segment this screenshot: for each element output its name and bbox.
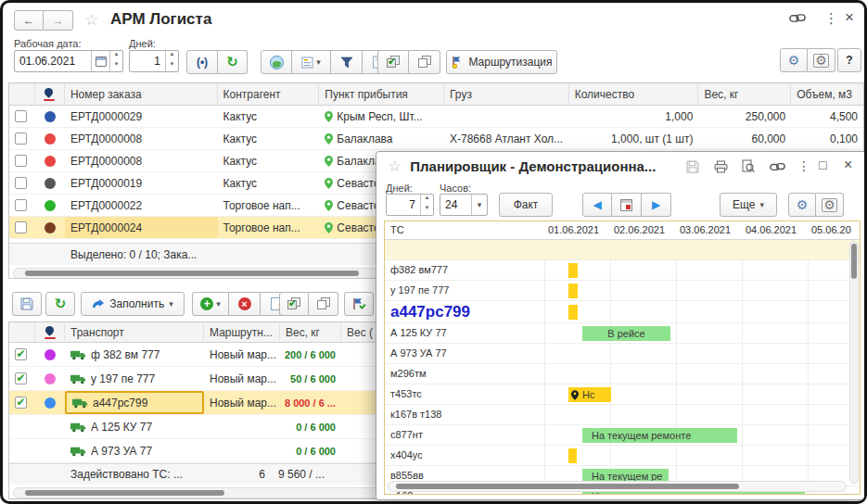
gantt-bar-status[interactable]: Нс [568,387,611,402]
favorite-star-icon[interactable]: ☆ [388,157,402,176]
gantt-row[interactable]: х404ус [385,446,860,466]
help-button[interactable]: ? [837,48,861,72]
gantt-row[interactable]: ф382 вм777 [385,260,860,281]
forward-button[interactable]: → [44,10,73,31]
refresh-list-button[interactable]: ↻ [45,292,75,316]
orders-header-weight[interactable]: Вес, кг [698,83,791,105]
calendar-picker-button[interactable] [91,51,109,71]
save-icon-disabled[interactable] [686,160,699,173]
refresh-button[interactable]: ↻ [218,50,248,74]
row-checkbox[interactable] [15,155,27,167]
gantt-row[interactable]: т453тс Нс [385,384,860,405]
gantt-bar-status[interactable]: На текущем ремонте [582,428,737,443]
chevron-down-icon[interactable]: ▾ [471,195,487,215]
row-checkbox-checked[interactable]: ✔ [15,348,27,360]
map-button[interactable] [261,50,292,74]
planner-hours-value[interactable]: 24 [440,195,471,215]
gantt-vscroll-thumb[interactable] [851,244,857,279]
window-settings-button[interactable]: ⚙ [816,193,844,217]
gantt-row-highlighted[interactable]: а447рс799 [385,301,860,323]
row-checkbox[interactable] [15,221,27,233]
row-checkbox[interactable] [15,177,27,189]
gantt-vscrollbar[interactable] [849,241,859,484]
transport-header-vehicle[interactable]: Транспорт [65,322,204,342]
next-period-button[interactable]: ▶ [642,193,671,217]
gantt-row[interactable]: с877нт На текущем ремонте [385,425,860,446]
routing-button[interactable]: Маршрутизация [446,50,557,74]
orders-header-number[interactable]: Номер заказа [65,83,218,105]
set-mark-button[interactable]: ✔ [279,292,309,316]
planner-hours-combobox[interactable]: 24 ▾ [440,194,488,216]
route-check-button[interactable] [344,292,374,316]
gantt-chart[interactable]: ТС 01.06.2021 02.06.2021 03.06.2021 04.0… [384,220,861,495]
orders-header-qty[interactable]: Количество [569,83,699,105]
gantt-row[interactable]: к167в т138 [385,405,860,425]
gantt-bar-yellow[interactable] [568,305,578,320]
days-field[interactable]: 1 ▴▾ [129,50,179,72]
window-close-icon[interactable]: × [845,8,854,27]
orders-header-volume[interactable]: Объем, м3 [791,83,863,105]
orders-header-arrival[interactable]: Пункт прибытия [319,83,444,105]
focused-cell[interactable]: а447рс799 [65,391,204,414]
days-spinner[interactable]: ▴▾ [165,51,178,71]
favorite-star-icon[interactable]: ☆ [84,10,98,30]
table-row[interactable]: ЕРТД0000029 Кактус Крым Респ, Шт... 1,00… [9,106,863,128]
delete-button[interactable]: × [229,292,261,316]
transport-hscroll-thumb[interactable] [25,490,224,496]
row-checkbox[interactable] [15,199,27,211]
planner-days-field[interactable]: 7 ▴▾ [386,194,434,216]
menu-kebab-icon[interactable]: ⋮ [824,10,838,27]
clear-marks-button[interactable] [309,292,338,316]
gantt-hscrollbar[interactable] [388,481,847,492]
dialog-close-icon[interactable]: × [844,157,852,173]
window-settings-button[interactable]: ⚙ [808,48,835,72]
transport-header-weight[interactable]: Вес, кг [280,322,341,342]
gantt-bar-yellow[interactable] [568,284,578,298]
form-settings-button[interactable]: ⚙ [788,193,816,217]
orders-header-cargo[interactable]: Груз [444,83,569,105]
row-checkbox[interactable] [15,110,27,122]
maximize-icon[interactable]: □ [819,158,826,172]
add-button[interactable]: + ▾ [192,292,229,316]
row-checkbox-checked[interactable]: ✔ [15,372,27,384]
work-date-value[interactable]: 01.06.2021 [15,51,91,71]
fill-button[interactable]: Заполнить ▾ [81,292,185,316]
auto-refresh-button[interactable]: (•) [186,50,218,74]
link-icon[interactable] [789,12,806,24]
menu-kebab-icon[interactable]: ⋮ [797,158,810,173]
filter-button[interactable] [331,50,363,74]
list-mode-button[interactable]: ▾ [292,50,331,74]
previous-period-button[interactable]: ◀ [582,193,612,217]
current-period-button[interactable] [612,193,642,217]
work-date-field[interactable]: 01.06.2021 ▴▾ [14,50,123,72]
gantt-bar-yellow[interactable] [568,263,578,278]
transport-header-route[interactable]: Маршрутн... [204,322,280,342]
planner-title-bar[interactable]: ☆ Планировщик - Демонстрационна... ⋮ □ × [376,152,866,180]
print-preview-icon[interactable] [742,159,755,173]
gantt-row[interactable]: у 197 пе 777 [385,281,860,301]
row-checkbox-checked[interactable]: ✔ [15,397,27,409]
gantt-bar-status[interactable]: В рейсе [582,326,670,341]
row-checkbox[interactable] [15,132,27,145]
orders-hscroll-thumb[interactable] [25,271,359,276]
work-date-spinner[interactable]: ▴▾ [109,51,122,71]
back-button[interactable]: ← [14,10,44,31]
orders-header-counterparty[interactable]: Контрагент [218,83,320,105]
fact-button[interactable]: Факт [499,193,553,217]
gantt-row[interactable]: м296тм [385,364,860,384]
print-icon[interactable] [714,160,728,173]
gantt-hscroll-thumb[interactable] [396,484,739,489]
planner-days-value[interactable]: 7 [387,195,420,215]
gantt-row[interactable]: А 125 КУ 77 В рейсе [385,323,860,344]
gantt-row[interactable]: А 973 УА 77 [385,344,860,364]
form-settings-button[interactable]: ⚙ [780,48,808,72]
gantt-bar-yellow[interactable] [568,448,577,463]
more-button[interactable]: Еще ▾ [720,193,777,217]
clear-marks-button[interactable] [409,50,440,74]
table-row[interactable]: ЕРТД0000008 Кактус Балаклава Х-78668 Атл… [9,128,863,150]
gantt-row-empty[interactable] [385,240,860,260]
set-mark-button[interactable]: ✔ [377,50,409,74]
save-button[interactable] [12,292,42,316]
days-value[interactable]: 1 [130,51,165,71]
planner-days-spinner[interactable]: ▴▾ [420,195,433,215]
